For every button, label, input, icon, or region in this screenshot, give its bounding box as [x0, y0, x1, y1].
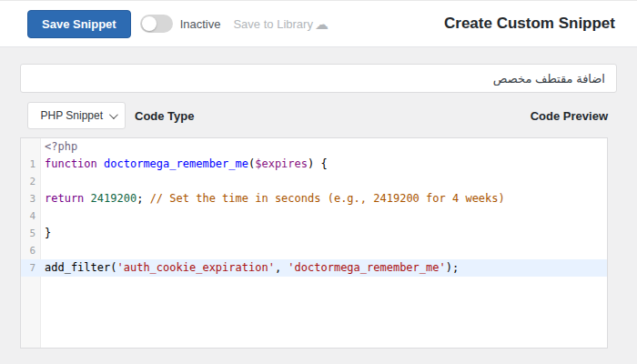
- code-line-text: return 2419200; // Set the time in secon…: [41, 190, 505, 207]
- line-number: 4: [21, 207, 41, 225]
- save-to-library-label: Save to Library: [233, 17, 312, 31]
- code-line[interactable]: 6: [21, 242, 607, 259]
- code-line-text: [41, 207, 45, 225]
- code-line[interactable]: 3return 2419200; // Set the time in seco…: [21, 190, 607, 207]
- cloud-icon: ☁: [315, 17, 329, 31]
- code-line[interactable]: 5}: [21, 225, 607, 242]
- code-line[interactable]: 7add_filter('auth_cookie_expiration', 'd…: [21, 259, 607, 277]
- code-line-text: [41, 242, 45, 259]
- code-line[interactable]: <?php: [21, 138, 607, 156]
- code-line-text: function doctormega_remember_me($expires…: [41, 156, 328, 173]
- active-toggle[interactable]: [140, 15, 173, 33]
- code-line-text: [41, 173, 45, 190]
- code-lines-container: <?php1function doctormega_remember_me($e…: [21, 138, 607, 277]
- code-type-label: Code Type: [135, 109, 195, 123]
- snippet-title-input[interactable]: [20, 64, 617, 93]
- line-number: [21, 138, 41, 156]
- line-number: 7: [21, 259, 41, 277]
- header-bar: Save Snippet Inactive Save to Library ☁ …: [0, 0, 637, 47]
- line-number: 6: [21, 242, 41, 259]
- code-preview-label: Code Preview: [531, 109, 608, 123]
- code-type-selected-value: PHP Snippet: [41, 109, 104, 122]
- save-to-library-button[interactable]: Save to Library ☁: [233, 17, 328, 31]
- code-type-row: PHP Snippet Code Type Code Preview: [20, 102, 617, 129]
- main-content: PHP Snippet Code Type Code Preview <?php…: [0, 64, 637, 349]
- line-number: 2: [21, 173, 41, 190]
- code-editor[interactable]: <?php1function doctormega_remember_me($e…: [20, 137, 608, 349]
- code-line[interactable]: 4: [21, 207, 607, 225]
- code-line[interactable]: 2: [21, 173, 607, 190]
- code-type-select[interactable]: PHP Snippet: [27, 102, 126, 129]
- code-line-text: add_filter('auth_cookie_expiration', 'do…: [41, 259, 459, 277]
- code-line-text: <?php: [41, 138, 77, 156]
- line-number: 5: [21, 225, 41, 242]
- toggle-knob: [142, 16, 157, 31]
- chevron-down-icon: [109, 110, 118, 119]
- toggle-state-label: Inactive: [180, 17, 221, 31]
- code-line-text: }: [41, 225, 51, 242]
- code-line[interactable]: 1function doctormega_remember_me($expire…: [21, 156, 607, 173]
- page-title: Create Custom Snippet: [444, 15, 615, 33]
- line-number: 1: [21, 156, 41, 173]
- save-snippet-button[interactable]: Save Snippet: [27, 10, 131, 38]
- line-number: 3: [21, 190, 41, 207]
